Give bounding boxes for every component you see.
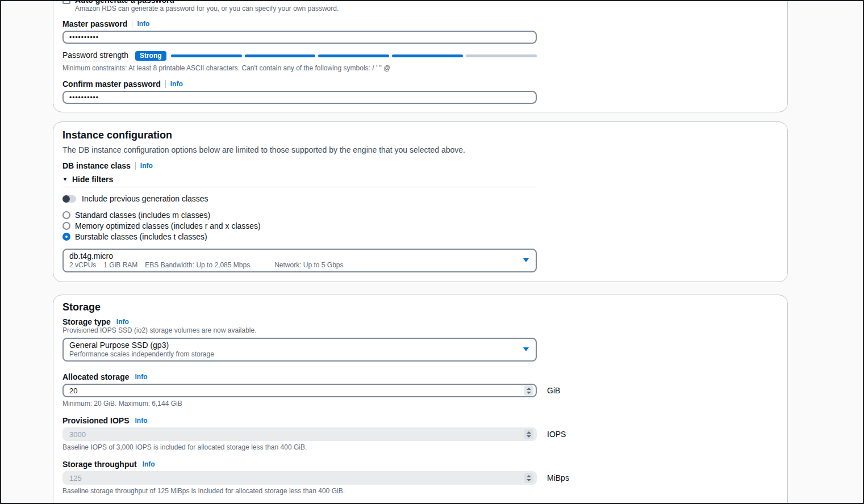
auto-generate-password-row[interactable]: Auto generate a password	[62, 0, 778, 4]
storage-type-value: General Purpose SSD (gp3)	[69, 341, 214, 350]
allocated-storage-info-link[interactable]: Info	[135, 373, 147, 381]
auto-generate-password-checkbox[interactable]	[62, 0, 70, 4]
triangle-down-icon: ▼	[62, 177, 68, 182]
hide-filters-label: Hide filters	[72, 175, 113, 184]
confirm-password-label: Confirm master password	[62, 80, 161, 88]
stepper-down-icon	[527, 479, 531, 481]
radio-button[interactable]	[62, 222, 70, 230]
confirm-password-input[interactable]: ••••••••••	[62, 91, 537, 104]
provisioned-iops-input: 3000	[62, 427, 537, 441]
storage-throughput-label-row: Storage throughput Info	[62, 460, 778, 468]
master-password-label: Master password	[62, 20, 127, 28]
instance-configuration-description: The DB instance configuration options be…	[62, 145, 778, 155]
stepper-up-icon	[527, 388, 531, 390]
auto-generate-password-label: Auto generate a password	[75, 0, 174, 4]
password-strength-badge: Strong	[135, 51, 166, 61]
db-instance-class-info-link[interactable]: Info	[140, 162, 153, 170]
allocated-storage-input-row: 20 GiB	[62, 384, 778, 397]
auto-generate-password-description: Amazon RDS can generate a password for y…	[75, 5, 778, 12]
radio-burstable-classes-label: Burstable classes (includes t classes)	[75, 232, 207, 241]
number-stepper	[524, 473, 533, 483]
hide-filters-expander[interactable]: ▼ Hide filters	[62, 175, 778, 184]
master-password-input[interactable]: ••••••••••	[62, 31, 537, 44]
confirm-password-label-row: Confirm master password Info	[62, 80, 778, 88]
stepper-up-icon	[527, 431, 531, 434]
storage-throughput-label: Storage throughput	[62, 460, 137, 468]
strength-segment-filled	[392, 54, 463, 57]
radio-burstable-classes[interactable]: Burstable classes (includes t classes)	[62, 233, 778, 241]
provisioned-iops-info-link[interactable]: Info	[135, 417, 147, 425]
stepper-down-icon	[527, 392, 531, 394]
allocated-storage-hint: Minimum: 20 GiB. Maximum: 6,144 GiB	[62, 400, 778, 408]
credentials-section: Auto generate a password Amazon RDS can …	[53, 0, 788, 112]
filters-divider	[62, 187, 537, 187]
allocated-storage-input[interactable]: 20	[62, 384, 537, 397]
provisioned-iops-label-row: Provisioned IOPS Info	[62, 417, 778, 425]
storage-section: Storage Storage type Info Provisioned IO…	[53, 295, 788, 504]
db-instance-class-label-row: DB instance class Info	[62, 162, 778, 170]
instance-class-value: db.t4g.micro	[69, 251, 351, 261]
spec-ram: 1 GiB RAM	[103, 261, 137, 269]
toggle-knob	[62, 195, 70, 203]
allocated-storage-label-row: Allocated storage Info	[62, 373, 778, 381]
stepper-down-icon	[527, 435, 531, 438]
strength-segment-filled	[171, 54, 242, 57]
instance-configuration-title: Instance configuration	[62, 129, 778, 141]
previous-generation-toggle-row[interactable]: Include previous generation classes	[62, 194, 778, 203]
storage-type-info-link[interactable]: Info	[116, 318, 129, 326]
instance-class-specs: 2 vCPUs 1 GiB RAM EBS Bandwidth: Up to 2…	[69, 261, 351, 269]
radio-standard-classes-label: Standard classes (includes m classes)	[75, 211, 210, 220]
storage-throughput-input-row: 125 MiBps	[62, 471, 778, 485]
storage-type-label: Storage type	[62, 318, 111, 326]
provisioned-iops-label: Provisioned IOPS	[62, 417, 129, 425]
strength-segment-filled	[245, 54, 316, 57]
db-instance-class-label: DB instance class	[62, 162, 131, 170]
strength-segment-filled	[318, 54, 389, 57]
storage-type-notice: Provisioned IOPS SSD (io2) storage volum…	[62, 327, 778, 334]
storage-throughput-input: 125	[62, 471, 537, 485]
storage-title: Storage	[62, 301, 778, 313]
chevron-down-icon	[523, 347, 529, 351]
storage-type-select[interactable]: General Purpose SSD (gp3) Performance sc…	[62, 338, 537, 362]
password-strength-label: Password strength	[62, 51, 128, 61]
storage-type-label-row: Storage type Info	[62, 318, 778, 326]
label-divider	[132, 20, 132, 28]
radio-standard-classes[interactable]: Standard classes (includes m classes)	[62, 211, 778, 219]
previous-generation-toggle[interactable]	[62, 195, 76, 203]
number-stepper[interactable]	[524, 385, 533, 396]
spec-vcpus: 2 vCPUs	[69, 261, 96, 269]
allocated-storage-value: 20	[69, 387, 77, 395]
password-strength-meter	[171, 54, 537, 57]
radio-button[interactable]	[62, 233, 70, 241]
spec-network: Network: Up to 5 Gbps	[274, 261, 343, 269]
allocated-storage-label: Allocated storage	[62, 373, 129, 381]
storage-throughput-unit: MiBps	[547, 473, 569, 482]
storage-throughput-hint: Baseline storage throughput of 125 MiBps…	[62, 488, 778, 495]
provisioned-iops-unit: IOPS	[547, 430, 566, 439]
spec-ebs-bandwidth: EBS Bandwidth: Up to 2,085 Mbps	[145, 261, 250, 269]
stepper-up-icon	[527, 475, 531, 477]
previous-generation-toggle-label: Include previous generation classes	[82, 194, 208, 203]
master-password-label-row: Master password Info	[62, 20, 778, 28]
strength-segment-empty	[466, 54, 537, 57]
instance-configuration-section: Instance configuration The DB instance c…	[53, 121, 788, 282]
password-constraints-text: Minimum constraints: At least 8 printabl…	[62, 65, 778, 72]
radio-button[interactable]	[62, 211, 70, 219]
password-strength-row: Password strength Strong	[62, 51, 537, 61]
radio-memory-optimized-classes[interactable]: Memory optimized classes (includes r and…	[62, 222, 778, 230]
allocated-storage-unit: GiB	[547, 386, 560, 395]
chevron-down-icon	[523, 258, 529, 262]
instance-class-select[interactable]: db.t4g.micro 2 vCPUs 1 GiB RAM EBS Bandw…	[62, 249, 537, 272]
class-type-radio-group: Standard classes (includes m classes) Me…	[62, 211, 778, 241]
provisioned-iops-value: 3000	[69, 430, 86, 439]
label-divider	[135, 162, 136, 170]
master-password-info-link[interactable]: Info	[137, 20, 149, 28]
confirm-password-info-link[interactable]: Info	[170, 80, 183, 88]
label-divider	[165, 80, 166, 88]
confirm-password-value: ••••••••••	[69, 94, 99, 102]
storage-type-value-description: Performance scales independently from st…	[69, 350, 214, 358]
master-password-value: ••••••••••	[69, 33, 99, 41]
provisioned-iops-hint: Baseline IOPS of 3,000 IOPS is included …	[62, 444, 778, 451]
storage-throughput-info-link[interactable]: Info	[143, 460, 155, 468]
radio-memory-optimized-classes-label: Memory optimized classes (includes r and…	[75, 221, 261, 230]
